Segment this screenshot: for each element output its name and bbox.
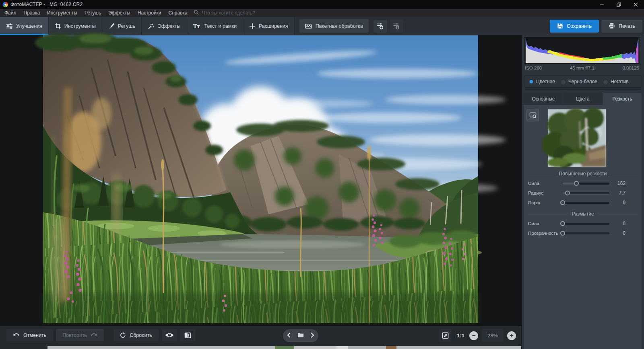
menu-item-settings[interactable]: Настройки xyxy=(134,9,165,17)
tab-sharpness[interactable]: Резкость xyxy=(603,93,642,105)
mode-black-white[interactable]: Черно-белое xyxy=(561,79,597,84)
slider-row-blur-strength: Сила 0 xyxy=(524,219,642,228)
undo-icon xyxy=(13,333,20,338)
bottom-bar: Отменить Повторить xyxy=(0,326,521,349)
title-bar: ФотоМАСТЕР - _MG_0462.CR2 xyxy=(0,0,644,9)
before-after-button[interactable] xyxy=(180,329,196,341)
search-input[interactable] xyxy=(201,10,274,16)
app-logo-icon xyxy=(3,2,8,7)
tab-tools[interactable]: Инструменты xyxy=(49,17,102,35)
reset-button[interactable]: Сбросить xyxy=(114,329,159,341)
blur-strength-slider[interactable] xyxy=(563,223,609,225)
redo-icon xyxy=(91,333,97,338)
minimize-button[interactable] xyxy=(593,0,610,9)
menu-item-edit[interactable]: Правка xyxy=(20,9,44,17)
crop-icon xyxy=(55,23,61,29)
slider-row-threshold: Порог 0 xyxy=(524,198,642,207)
editor-canvas xyxy=(0,35,521,326)
undo-button[interactable]: Отменить xyxy=(6,329,53,341)
next-photo-button[interactable] xyxy=(311,332,314,339)
compare-split-icon xyxy=(184,332,191,339)
printer-icon xyxy=(609,23,615,29)
menu-item-retouch[interactable]: Ретушь xyxy=(81,9,105,17)
magic-wand-icon xyxy=(148,23,155,29)
threshold-slider[interactable] xyxy=(563,202,609,204)
save-icon xyxy=(557,23,563,29)
exif-exposure: 0.00125 xyxy=(622,66,639,70)
opacity-slider[interactable] xyxy=(563,232,609,234)
menu-bar: Файл Правка Инструменты Ретушь Эффекты Н… xyxy=(0,9,644,17)
photo-image xyxy=(43,35,478,323)
filmstrip-edge[interactable] xyxy=(47,346,521,349)
export-preset-button[interactable] xyxy=(390,20,403,33)
tab-colors[interactable]: Цвета xyxy=(564,93,602,105)
tab-basic[interactable]: Основные xyxy=(524,93,563,105)
sliders-icon xyxy=(6,23,13,29)
batch-processing-button[interactable]: Пакетная обработка xyxy=(299,19,369,33)
exif-lens: 45 mm f/7.1 xyxy=(570,66,594,70)
preset-download-icon xyxy=(392,23,400,30)
slider-row-radius: Радиус 7,7 xyxy=(524,188,642,198)
zoom-in-button[interactable]: + xyxy=(507,331,516,340)
zoom-level[interactable]: 23% xyxy=(482,329,504,342)
close-button[interactable] xyxy=(627,0,644,9)
tab-enhancements[interactable]: Улучшения xyxy=(0,17,49,35)
menu-item-tools[interactable]: Инструменты xyxy=(43,9,81,17)
menu-item-file[interactable]: Файл xyxy=(1,9,20,17)
tab-retouch[interactable]: Ретушь xyxy=(102,17,142,35)
eye-icon xyxy=(165,332,174,338)
histogram xyxy=(524,37,640,64)
radius-slider[interactable] xyxy=(563,192,609,194)
radio-icon xyxy=(603,79,608,84)
blur-section-header: Размытие xyxy=(528,211,638,217)
sharpness-preview-thumbnail[interactable] xyxy=(548,109,606,167)
radio-selected-icon xyxy=(528,79,534,84)
sharpen-section-header: Повышение резкости xyxy=(528,171,638,177)
mode-color[interactable]: Цветное xyxy=(528,79,555,84)
slider-row-strength: Сила 162 xyxy=(524,179,642,188)
actual-size-button[interactable]: 1:1 xyxy=(455,333,466,339)
slider-row-opacity: Прозрачность 0 xyxy=(524,228,642,238)
open-folder-button[interactable] xyxy=(297,332,304,339)
preset-add-icon xyxy=(376,23,384,30)
menu-item-effects[interactable]: Эффекты xyxy=(105,9,134,17)
window-title: ФотоМАСТЕР - _MG_0462.CR2 xyxy=(10,2,83,7)
brush-icon xyxy=(108,23,115,29)
show-original-button[interactable] xyxy=(162,329,177,341)
panel-tabs: Основные Цвета Резкость xyxy=(524,93,642,105)
tab-extensions[interactable]: Расширения xyxy=(243,17,295,35)
add-preset-button[interactable] xyxy=(374,20,387,33)
menu-item-help[interactable]: Справка xyxy=(165,9,191,17)
batch-photos-icon xyxy=(305,23,312,29)
tab-effects[interactable]: Эффекты xyxy=(142,17,187,35)
tab-text-frames[interactable]: Tт Текст и рамки xyxy=(187,17,243,35)
save-button[interactable]: Сохранить xyxy=(550,20,599,33)
prev-photo-button[interactable] xyxy=(287,332,291,339)
redo-button[interactable]: Повторить xyxy=(56,329,104,341)
search-icon xyxy=(194,10,199,16)
sharpness-panel: Повышение резкости Сила 162 Радиус 7,7 xyxy=(524,105,642,349)
preview-zoom-button[interactable] xyxy=(526,109,539,121)
fit-screen-button[interactable] xyxy=(439,329,452,342)
right-panel: ISO 200 45 mm f/7.1 0.00125 Цветное Черн… xyxy=(521,35,644,349)
plus-icon xyxy=(249,23,256,29)
print-button[interactable]: Печать xyxy=(601,20,642,33)
reset-icon xyxy=(120,332,126,338)
mode-negative[interactable]: Негатив xyxy=(603,79,628,84)
color-mode-group: Цветное Черно-белое Негатив xyxy=(524,76,642,88)
radio-icon xyxy=(561,79,566,84)
exif-iso: ISO 200 xyxy=(525,66,542,70)
text-icon: Tт xyxy=(193,23,201,29)
zoom-out-button[interactable]: − xyxy=(469,331,478,340)
strength-slider[interactable] xyxy=(563,183,609,185)
photomaster-window: ФотоМАСТЕР - _MG_0462.CR2 Файл Правка Ин… xyxy=(0,0,644,349)
file-navigator xyxy=(283,329,318,342)
svg-text:Tт: Tт xyxy=(193,23,200,29)
restore-button[interactable] xyxy=(610,0,627,9)
main-toolbar: Улучшения Инструменты Ретушь Эффекты xyxy=(0,17,644,35)
